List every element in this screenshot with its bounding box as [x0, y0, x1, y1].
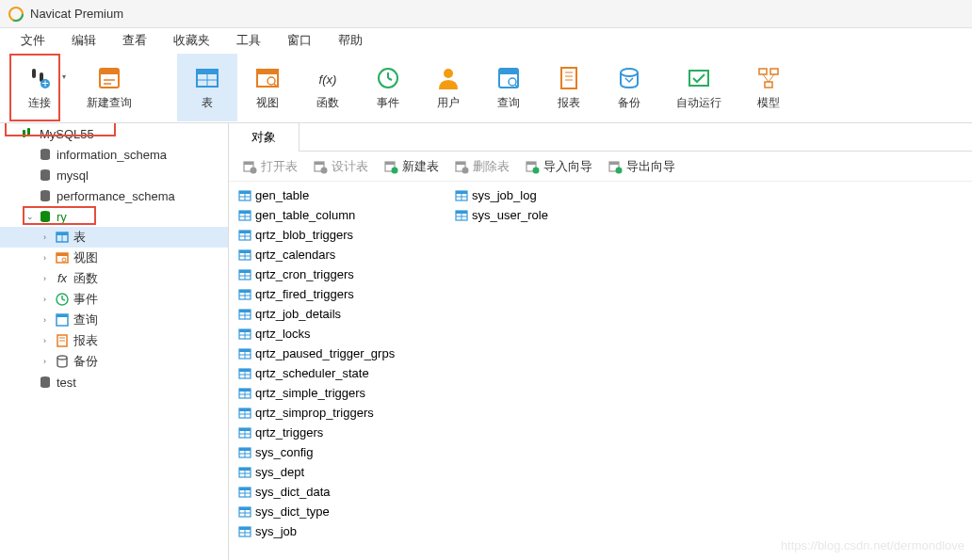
menu-item-0[interactable]: 文件 — [8, 28, 58, 53]
view-icon — [254, 65, 281, 91]
db-icon — [38, 147, 53, 162]
toolbar-plug[interactable]: +连接▾ — [9, 54, 70, 121]
tree-expand-icon[interactable]: › — [43, 253, 53, 263]
table-item[interactable]: sys_config — [235, 442, 451, 462]
backup-icon — [616, 65, 642, 91]
tree-expand-icon[interactable]: › — [43, 357, 53, 366]
table-s-icon — [55, 230, 70, 245]
svg-rect-77 — [609, 162, 619, 165]
menu-item-2[interactable]: 查看 — [109, 28, 160, 53]
menu-item-5[interactable]: 窗口 — [274, 28, 325, 53]
table-icon — [238, 328, 251, 341]
report-s-icon — [55, 333, 70, 348]
tree-node-查询[interactable]: ›查询 — [0, 310, 228, 330]
table-item[interactable]: sys_dict_type — [235, 502, 451, 521]
toolbar-query[interactable]: 新建查询 — [70, 54, 149, 121]
dropdown-arrow-icon: ▾ — [62, 72, 66, 81]
toolbar-backup[interactable]: 备份 — [599, 54, 659, 121]
tree-expand-icon[interactable]: › — [43, 232, 53, 242]
titlebar: Navicat Premium — [0, 0, 972, 28]
table-item[interactable]: sys_user_role — [451, 205, 668, 225]
table-item[interactable]: qrtz_job_details — [235, 304, 451, 324]
table-item[interactable]: qrtz_calendars — [235, 245, 451, 264]
toolbar-clock[interactable]: 事件 — [358, 54, 418, 121]
menubar: 文件编辑查看收藏夹工具窗口帮助 — [0, 28, 972, 53]
toolbar-model[interactable]: 模型 — [738, 54, 799, 121]
tree-node-函数[interactable]: ›fx函数 — [0, 268, 228, 289]
svg-point-75 — [533, 167, 540, 173]
svg-rect-124 — [239, 408, 251, 411]
tree-node-information_schema[interactable]: information_schema — [0, 144, 228, 165]
svg-line-21 — [388, 78, 392, 80]
table-icon — [238, 347, 251, 360]
toolbar-query2[interactable]: 查询 — [478, 54, 539, 121]
svg-rect-39 — [27, 128, 30, 136]
tree-node-备份[interactable]: ›备份 — [0, 351, 228, 372]
table-name: sys_dict_data — [255, 485, 331, 499]
table-icon — [238, 486, 251, 499]
table-icon — [238, 505, 251, 519]
table-item[interactable]: qrtz_cron_triggers — [235, 264, 451, 284]
tree-label: ry — [57, 210, 67, 224]
table-item[interactable]: qrtz_fired_triggers — [235, 284, 451, 304]
sidebar: MySQL55information_schemamysqlperformanc… — [0, 123, 229, 560]
svg-rect-71 — [456, 162, 465, 165]
toolbar-view[interactable]: 视图 — [237, 54, 298, 121]
table-icon — [238, 229, 251, 242]
table-item[interactable]: sys_job — [235, 521, 451, 541]
table-item[interactable]: qrtz_blob_triggers — [235, 225, 451, 245]
menu-item-3[interactable]: 收藏夹 — [160, 28, 223, 53]
tab-objects[interactable]: 对象 — [229, 123, 300, 152]
tree-expand-icon[interactable]: › — [43, 274, 53, 283]
tree-node-MySQL55[interactable]: MySQL55 — [0, 123, 228, 144]
toolbar-label: 查询 — [497, 95, 520, 111]
tree-node-performance_schema[interactable]: performance_schema — [0, 185, 228, 206]
tree-node-视图[interactable]: ›视图 — [0, 248, 228, 268]
action-import[interactable]: 导入向导 — [517, 154, 600, 179]
toolbar-report[interactable]: 报表 — [539, 54, 599, 121]
action-export[interactable]: 导出向导 — [600, 154, 683, 179]
tree-expand-icon[interactable]: › — [43, 336, 53, 345]
table-item[interactable]: qrtz_paused_trigger_grps — [235, 344, 451, 363]
table-item[interactable]: gen_table — [235, 185, 451, 205]
toolbar-user[interactable]: 用户 — [418, 54, 478, 121]
table-icon — [238, 209, 251, 222]
tree-node-表[interactable]: ›表 — [0, 227, 228, 248]
svg-text:+: + — [41, 76, 49, 90]
view-s-icon — [55, 250, 70, 265]
toolbar-fx[interactable]: f(x)函数 — [298, 54, 358, 121]
tree-node-mysql[interactable]: mysql — [0, 165, 228, 185]
tree-node-test[interactable]: test — [0, 372, 228, 392]
tree-node-事件[interactable]: ›事件 — [0, 289, 228, 310]
svg-rect-62 — [244, 162, 253, 165]
toolbar-auto[interactable]: 自动运行 — [659, 54, 738, 121]
tree-expand-icon[interactable]: ⌄ — [26, 212, 36, 221]
table-item[interactable]: qrtz_simprop_triggers — [235, 403, 451, 423]
menu-item-6[interactable]: 帮助 — [325, 28, 376, 53]
menu-item-4[interactable]: 工具 — [223, 28, 274, 53]
table-item[interactable]: sys_dict_data — [235, 482, 451, 502]
table-item[interactable]: qrtz_simple_triggers — [235, 383, 451, 403]
tree-node-报表[interactable]: ›报表 — [0, 330, 228, 351]
tree-node-ry[interactable]: ⌄ry — [0, 206, 228, 227]
table-item[interactable]: sys_dept — [235, 462, 451, 482]
table-item[interactable]: qrtz_scheduler_state — [235, 363, 451, 383]
tree-label: 备份 — [73, 353, 98, 370]
table-item[interactable]: qrtz_locks — [235, 324, 451, 344]
toolbar-label: 表 — [202, 95, 213, 111]
toolbar: +连接▾新建查询表视图f(x)函数事件用户查询报表备份自动运行模型 — [0, 53, 972, 123]
menu-item-1[interactable]: 编辑 — [58, 28, 109, 53]
import-icon — [525, 159, 540, 174]
table-item[interactable]: sys_job_log — [451, 185, 668, 205]
tree-expand-icon[interactable]: › — [43, 295, 53, 304]
model-icon — [755, 65, 782, 91]
svg-rect-96 — [239, 270, 251, 273]
tree-expand-icon[interactable]: › — [43, 315, 53, 325]
table-name: qrtz_calendars — [255, 248, 335, 262]
table-icon — [194, 65, 220, 91]
table-item[interactable]: qrtz_triggers — [235, 423, 451, 442]
table-item[interactable]: gen_table_column — [235, 205, 451, 225]
table-name: sys_dept — [255, 465, 304, 479]
toolbar-table[interactable]: 表 — [177, 54, 237, 121]
action-new[interactable]: 新建表 — [376, 154, 446, 179]
